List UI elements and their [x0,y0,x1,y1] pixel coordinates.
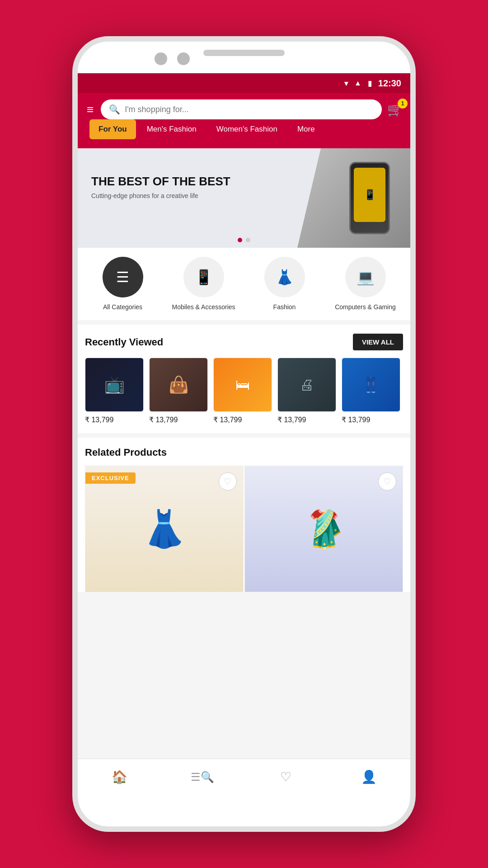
related-card-1[interactable]: ♡ 🥻 [244,466,403,592]
battery-icon: ▮ [368,79,372,88]
product-card-jeans[interactable]: 👖 ₹ 13,799 [342,358,400,424]
category-fashion[interactable]: 👗 Fashion [244,257,325,311]
related-products-title: Related Products [85,447,167,458]
promo-banner: HSBC ✕✕ 20% Off THE BEST OF THE BEST Cut… [78,148,410,248]
nav-home[interactable]: 🏠 [78,769,161,784]
product-card-tv[interactable]: 📺 ₹ 13,799 [85,358,144,424]
cart-badge: 1 [398,99,408,108]
all-categories-icon: ☰ [103,257,143,297]
status-time: 12:30 [378,78,401,89]
product-img-jeans: 👖 [342,358,400,412]
categories-section: ☰ All Categories 📱 Mobiles & Accessories… [78,248,410,320]
bottom-navigation: 🏠 ☰🔍 ♡ 👤 [78,759,410,795]
search-icon: 🔍 [109,104,120,115]
profile-icon: 👤 [361,769,377,784]
category-computers[interactable]: 💻 Computers & Gaming [325,257,406,311]
product-card-printer[interactable]: 🖨 ₹ 13,799 [277,358,336,424]
product-price-4: ₹ 13,799 [342,415,400,424]
recently-viewed-header: Recently Viewed VIEW ALL [85,334,403,350]
mobiles-icon: 📱 [183,257,224,297]
product-img-bag: 👜 [149,358,208,412]
view-all-button[interactable]: VIEW ALL [353,334,403,350]
signal-icon: ▲ [354,79,361,87]
cart-button[interactable]: 🛒 1 [387,102,403,117]
dot-2[interactable] [246,238,250,242]
exclusive-badge: EXCLUSIVE [85,472,136,484]
tab-mens-fashion[interactable]: Men's Fashion [138,119,206,139]
product-img-printer: 🖨 [277,358,336,412]
recently-viewed-list: 📺 ₹ 13,799 👜 ₹ 13,799 🛏 ₹ 13,799 🖨 ₹ 13,… [85,358,403,424]
product-price-0: ₹ 13,799 [85,415,144,424]
tab-womens-fashion[interactable]: Women's Fashion [207,119,286,139]
wishlist-icon: ♡ [280,769,291,784]
app-header: ≡ 🔍 🛒 1 For You Men's Fashion Women's Fa… [78,93,410,148]
home-icon: 🏠 [112,769,127,784]
product-card-bedding[interactable]: 🛏 ₹ 13,799 [213,358,272,424]
search-bar[interactable]: 🔍 [101,99,382,119]
hamburger-menu[interactable]: ≡ [85,101,95,118]
related-products-section: Related Products EXCLUSIVE ♡ 👗 ♡ 🥻 [78,438,410,592]
category-mobiles[interactable]: 📱 Mobiles & Accessories [163,257,244,311]
nav-search[interactable]: ☰🔍 [161,771,244,783]
wishlist-button-1[interactable]: ♡ [378,472,396,491]
wishlist-button-0[interactable]: ♡ [219,472,237,491]
all-categories-label: All Categories [103,303,142,311]
tab-more[interactable]: More [288,119,324,139]
phone-screen-mock: 📱 [354,168,385,222]
category-all[interactable]: ☰ All Categories [82,257,163,311]
wifi-icon: ▾ [344,79,348,88]
dot-1[interactable] [238,238,242,242]
fashion-icon: 👗 [264,257,305,297]
nav-tabs: For You Men's Fashion Women's Fashion Mo… [85,119,403,145]
product-card-bag[interactable]: 👜 ₹ 13,799 [149,358,208,424]
computers-icon: 💻 [345,257,386,297]
search-nav-icon: ☰🔍 [191,771,214,783]
banner-dots [238,238,250,242]
product-img-bedding: 🛏 [213,358,272,412]
nav-wishlist[interactable]: ♡ [244,769,327,784]
recently-viewed-section: Recently Viewed VIEW ALL 📺 ₹ 13,799 👜 ₹ … [78,325,410,433]
nav-profile[interactable]: 👤 [327,769,410,784]
product-price-3: ₹ 13,799 [277,415,336,424]
tab-for-you[interactable]: For You [89,119,136,139]
related-products-grid: EXCLUSIVE ♡ 👗 ♡ 🥻 [85,466,403,592]
recently-viewed-title: Recently Viewed [85,336,163,348]
product-img-tv: 📺 [85,358,144,412]
main-scroll[interactable]: HSBC ✕✕ 20% Off THE BEST OF THE BEST Cut… [78,148,410,795]
mobiles-label: Mobiles & Accessories [172,303,235,311]
product-price-2: ₹ 13,799 [213,415,272,424]
related-card-0[interactable]: EXCLUSIVE ♡ 👗 [85,466,244,592]
status-bar: ▾ ▲ ▮ 12:30 [78,73,410,93]
search-input[interactable] [125,105,374,114]
fashion-label: Fashion [273,303,296,311]
computers-label: Computers & Gaming [335,303,396,311]
product-price-1: ₹ 13,799 [149,415,208,424]
